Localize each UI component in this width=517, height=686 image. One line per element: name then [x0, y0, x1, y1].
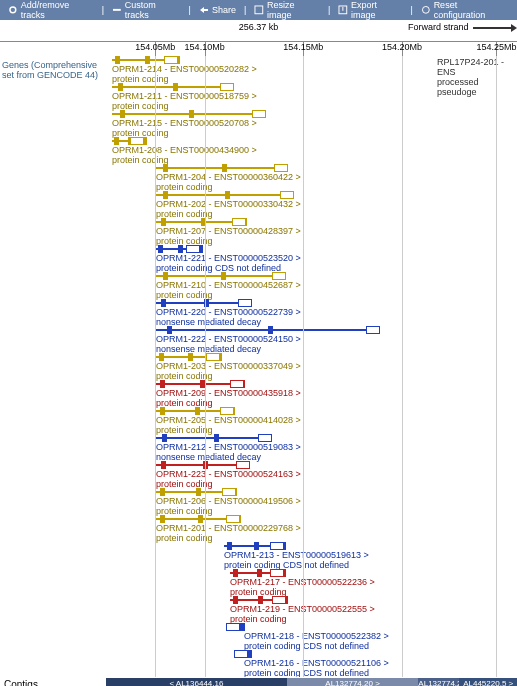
gene-track[interactable]: OPRM1-219 - ENST00000522555 >protein cod… — [106, 596, 517, 623]
track-label: OPRM1-211 - ENST00000518759 >protein cod… — [112, 92, 257, 112]
toolbar-label: Add/remove tracks — [21, 0, 94, 20]
toolbar-label: Export image — [351, 0, 403, 20]
scale-tick: 154.05Mb — [135, 42, 175, 52]
gene-track[interactable]: OPRM1-213 - ENST00000519613 >protein cod… — [106, 542, 517, 569]
gene-track[interactable]: OPRM1-204 - ENST00000360422 >protein cod… — [106, 164, 517, 191]
track-label: OPRM1-209 - ENST00000435918 >protein cod… — [156, 389, 301, 409]
main-panel: Genes (Comprehensive set from GENCODE 44… — [0, 56, 517, 677]
track-label: OPRM1-216 - ENST00000521106 >protein cod… — [244, 659, 389, 677]
gene-track[interactable]: OPRM1-220 - ENST00000522739 >nonsense me… — [106, 299, 517, 326]
gene-track[interactable]: OPRM1-202 - ENST00000330432 >protein cod… — [106, 191, 517, 218]
gene-track[interactable]: OPRM1-203 - ENST00000337049 >protein cod… — [106, 353, 517, 380]
gene-track[interactable]: OPRM1-209 - ENST00000435918 >protein cod… — [106, 380, 517, 407]
scale-tick: 154.20Mb — [382, 42, 422, 52]
length-ruler: 256.37 kb Forward strand — [0, 20, 517, 42]
gene-track[interactable]: OPRM1-223 - ENST00000524163 >protein cod… — [106, 461, 517, 488]
export-image-button[interactable]: Export image — [334, 0, 406, 20]
gene-track[interactable]: OPRM1-217 - ENST00000522236 >protein cod… — [106, 569, 517, 596]
track-label: OPRM1-223 - ENST00000524163 >protein cod… — [156, 470, 301, 490]
toolbar-label: Custom tracks — [125, 0, 181, 20]
arrow-right-icon — [473, 27, 513, 29]
svg-point-0 — [10, 7, 16, 13]
scale-tick: 154.25Mb — [476, 42, 516, 52]
gear-icon — [8, 5, 18, 15]
track-label: OPRM1-213 - ENST00000519613 >protein cod… — [224, 551, 369, 571]
share-button[interactable]: Share — [195, 0, 240, 20]
svg-rect-1 — [113, 9, 121, 11]
contigs-row: Contigs < AL136444.16AL132774.20 >AL1327… — [0, 677, 517, 686]
toolbar-label: Resize image — [267, 0, 320, 20]
gene-track[interactable]: OPRM1-201 - ENST00000229768 >protein cod… — [106, 515, 517, 542]
toolbar-label: Reset configuration — [434, 0, 509, 20]
wrench-icon — [112, 5, 122, 15]
forward-strand-label: Forward strand — [408, 22, 513, 32]
contigs-label: Contigs — [0, 679, 106, 687]
ruler-length: 256.37 kb — [239, 22, 279, 32]
track-label: OPRM1-221 - ENST00000523520 >protein cod… — [156, 254, 301, 274]
track-label: OPRM1-201 - ENST00000229768 >protein cod… — [156, 524, 301, 544]
toolbar: Add/remove tracks | Custom tracks | Shar… — [0, 0, 517, 20]
scale-tick: 154.15Mb — [283, 42, 323, 52]
toolbar-separator: | — [409, 5, 415, 15]
resize-image-button[interactable]: Resize image — [250, 0, 324, 20]
toolbar-separator: | — [326, 5, 332, 15]
reset-config-button[interactable]: Reset configuration — [417, 0, 513, 20]
gene-track[interactable]: OPRM1-212 - ENST00000519083 >nonsense me… — [106, 434, 517, 461]
contig-segment[interactable]: AL132774.20 > — [418, 678, 459, 686]
export-icon — [338, 5, 348, 15]
track-label: OPRM1-214 - ENST00000520282 >protein cod… — [112, 65, 257, 85]
scale-tick: 154.10Mb — [185, 42, 225, 52]
add-remove-tracks-button[interactable]: Add/remove tracks — [4, 0, 98, 20]
gene-track[interactable]: OPRM1-208 - ENST00000434900 >protein cod… — [106, 137, 517, 164]
track-label: OPRM1-202 - ENST00000330432 >protein cod… — [156, 200, 301, 220]
resize-icon — [254, 5, 264, 15]
track-label: OPRM1-204 - ENST00000360422 >protein cod… — [156, 173, 301, 193]
gene-track[interactable]: OPRM1-222 - ENST00000524150 >nonsense me… — [106, 326, 517, 353]
share-icon — [199, 5, 209, 15]
track-label: OPRM1-212 - ENST00000519083 >nonsense me… — [156, 443, 301, 463]
right-annotation: RPL17P24-201 - ENSprocessed pseudoge — [437, 58, 517, 98]
track-label: OPRM1-215 - ENST00000520708 >protein cod… — [112, 119, 257, 139]
gene-track[interactable]: OPRM1-205 - ENST00000414028 >protein cod… — [106, 407, 517, 434]
track-label: OPRM1-210 - ENST00000452687 >protein cod… — [156, 281, 301, 301]
contigs-bar[interactable]: < AL136444.16AL132774.20 >AL132774.20 >A… — [106, 678, 517, 686]
svg-point-4 — [422, 6, 429, 13]
gene-track[interactable]: OPRM1-207 - ENST00000428397 >protein cod… — [106, 218, 517, 245]
track-label: OPRM1-205 - ENST00000414028 >protein cod… — [156, 416, 301, 436]
svg-rect-2 — [255, 6, 263, 14]
custom-tracks-button[interactable]: Custom tracks — [108, 0, 185, 20]
track-list: OPRM1-214 - ENST00000520282 >protein cod… — [106, 56, 517, 677]
track-label: OPRM1-203 - ENST00000337049 >protein cod… — [156, 362, 301, 382]
track-label: OPRM1-207 - ENST00000428397 >protein cod… — [156, 227, 301, 247]
position-scale: 154.05Mb154.10Mb154.15Mb154.20Mb154.25Mb — [0, 42, 517, 56]
gene-track[interactable]: OPRM1-210 - ENST00000452687 >protein cod… — [106, 272, 517, 299]
contig-segment[interactable]: AL132774.20 > — [287, 678, 419, 686]
track-label: OPRM1-218 - ENST00000522382 >protein cod… — [244, 632, 389, 652]
gene-track[interactable]: OPRM1-215 - ENST00000520708 >protein cod… — [106, 110, 517, 137]
track-label: OPRM1-208 - ENST00000434900 >protein cod… — [112, 146, 257, 166]
gene-track[interactable]: OPRM1-218 - ENST00000522382 >protein cod… — [106, 623, 517, 650]
contig-segment[interactable]: AL445220.5 > — [459, 678, 517, 686]
reset-icon — [421, 5, 431, 15]
toolbar-separator: | — [100, 5, 106, 15]
track-label: OPRM1-220 - ENST00000522739 >nonsense me… — [156, 308, 301, 328]
track-viewer[interactable]: OPRM1-214 - ENST00000520282 >protein cod… — [106, 56, 517, 677]
gene-track[interactable]: OPRM1-221 - ENST00000523520 >protein cod… — [106, 245, 517, 272]
gene-track[interactable]: OPRM1-206 - ENST00000419506 >protein cod… — [106, 488, 517, 515]
track-set-label: Genes (Comprehensive set from GENCODE 44… — [0, 56, 106, 677]
contig-segment[interactable]: < AL136444.16 — [106, 678, 287, 686]
gene-track[interactable]: OPRM1-216 - ENST00000521106 >protein cod… — [106, 650, 517, 677]
track-label: OPRM1-206 - ENST00000419506 >protein cod… — [156, 497, 301, 517]
track-label: OPRM1-222 - ENST00000524150 >nonsense me… — [156, 335, 301, 355]
toolbar-label: Share — [212, 5, 236, 15]
toolbar-separator: | — [242, 5, 248, 15]
toolbar-separator: | — [187, 5, 193, 15]
